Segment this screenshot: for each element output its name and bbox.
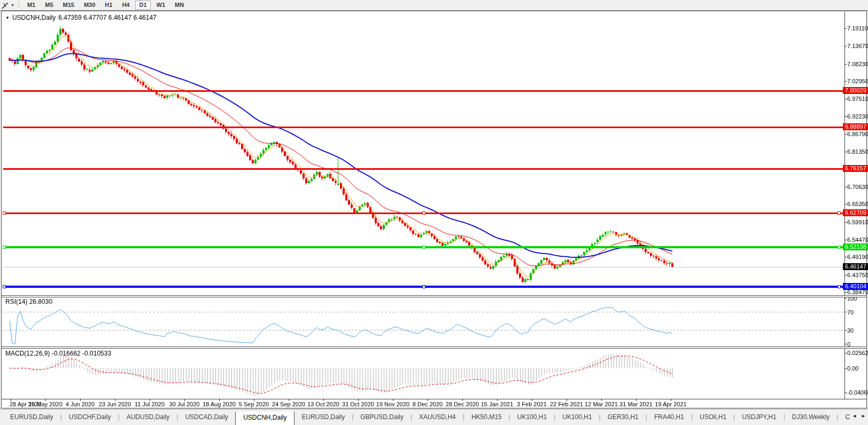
- timeframe-button-m1[interactable]: M1: [24, 1, 39, 10]
- chart-tab-usdcad-daily[interactable]: USDCAD,Daily: [178, 412, 235, 423]
- chart-tab-eurusd-daily[interactable]: EURUSD,Daily: [3, 412, 60, 423]
- chart-tab-bar: EURUSD,Daily|USDCHF,Daily|AUDUSD,Daily|U…: [0, 409, 868, 425]
- symbol-dropdown-icon[interactable]: ▼: [5, 15, 10, 20]
- timeframe-button-d1[interactable]: D1: [135, 1, 150, 10]
- chart-ohlc-values: 6.47359 6.47707 6.46147 6.46147: [58, 14, 157, 21]
- chart-tab-ger30-h1[interactable]: GER30,H1: [601, 412, 646, 423]
- panel-splitter[interactable]: [2, 347, 866, 349]
- price-axis[interactable]: [844, 12, 866, 399]
- tab-scroll-right-icon[interactable]: ►: [861, 413, 866, 419]
- panel-splitter[interactable]: [2, 295, 866, 297]
- timeframe-button-h1[interactable]: H1: [101, 1, 116, 10]
- chart-title: USDCNH,Daily: [12, 14, 56, 21]
- chart-tab-usdcnh-daily[interactable]: USDCNH,Daily: [235, 412, 294, 425]
- rsi-indicator-label: RSI(14) 26.8030: [5, 298, 52, 305]
- timeframe-button-h4[interactable]: H4: [118, 1, 133, 10]
- chart-tab-dj30-weekly[interactable]: DJ30,Weekly: [785, 412, 836, 423]
- chart-tab-gbpusd-daily[interactable]: GBPUSD,Daily: [353, 412, 410, 423]
- chart-title-row: ▼ USDCNH,Daily 6.47359 6.47707 6.46147 6…: [5, 14, 157, 21]
- timeframe-button-m5[interactable]: M5: [41, 1, 57, 10]
- chart-tab-fra40-h1[interactable]: FRA40,H1: [647, 412, 691, 423]
- chart-tab-xauusd-h4[interactable]: XAUUSD,H4: [412, 412, 463, 423]
- chart-tab-usoil-h1[interactable]: USOil,H1: [693, 412, 733, 423]
- macd-indicator-label: MACD(12,26,9) -0.016662 -0.010533: [5, 350, 111, 357]
- chart-tab-audusd-daily[interactable]: AUDUSD,Daily: [120, 412, 177, 423]
- toolbar-grip: [18, 2, 20, 9]
- chart-tab-usdjpy-h1[interactable]: USDJPY,H1: [735, 412, 783, 423]
- chart-tab-eurusd-daily[interactable]: EURUSD,Daily: [294, 412, 352, 423]
- timeframe-button-mn[interactable]: MN: [171, 1, 188, 10]
- timeframe-button-m30[interactable]: M30: [80, 1, 99, 10]
- tab-scroll-left-icon[interactable]: ◄: [852, 413, 857, 419]
- timeframe-button-m15[interactable]: M15: [59, 1, 78, 10]
- chart-window: ▼ USDCNH,Daily 6.47359 6.47707 6.46147 6…: [1, 11, 867, 408]
- chart-tab-uk100-h1[interactable]: UK100,H1: [510, 412, 554, 423]
- timeframe-buttons: M1M5M15M30H1H4D1W1MN: [22, 0, 189, 10]
- timeframe-button-w1[interactable]: W1: [153, 1, 169, 10]
- chart-tab-hk50-m15[interactable]: HK50,M15: [464, 412, 509, 423]
- tab-list: EURUSD,Daily|USDCHF,Daily|AUDUSD,Daily|U…: [3, 412, 850, 425]
- chart-tab-usdchf-daily[interactable]: USDCHF,Daily: [62, 412, 118, 423]
- chart-tab-uk100-h1[interactable]: UK100,H1: [555, 412, 599, 423]
- drawing-tool-icon[interactable]: [1, 1, 10, 10]
- chevron-down-icon[interactable]: ▼: [11, 3, 14, 7]
- chart-tab-china300-h1[interactable]: CHINA300,H1: [838, 412, 850, 423]
- timeframe-toolbar: ▼ M1M5M15M30H1H4D1W1MN: [0, 0, 868, 11]
- date-axis[interactable]: [2, 399, 865, 407]
- tab-scroll-buttons: ◄ ►: [852, 413, 866, 419]
